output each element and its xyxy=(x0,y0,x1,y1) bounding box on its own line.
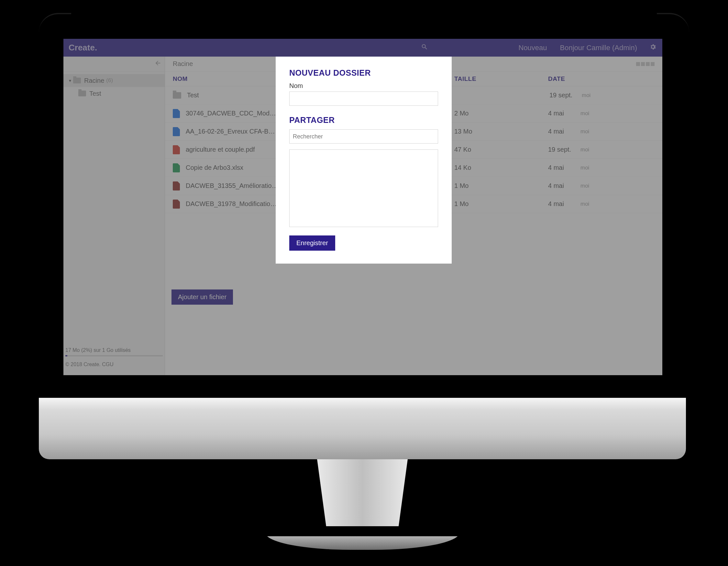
save-button[interactable]: Enregistrer xyxy=(289,236,335,251)
new-folder-modal: NOUVEAU DOSSIER Nom PARTAGER Enregistrer xyxy=(276,57,452,264)
bezel-left xyxy=(39,13,71,39)
share-search-input[interactable] xyxy=(289,129,438,144)
monitor-base xyxy=(265,530,459,550)
share-list[interactable] xyxy=(289,150,438,227)
screen: Create. Nouveau Bonjour Camille (Admin) … xyxy=(63,39,662,375)
name-label: Nom xyxy=(289,82,438,90)
modal-title-new-folder: NOUVEAU DOSSIER xyxy=(289,68,438,78)
folder-name-input[interactable] xyxy=(289,92,438,106)
modal-title-share: PARTAGER xyxy=(289,116,438,125)
monitor-mockup: Create. Nouveau Bonjour Camille (Admin) … xyxy=(0,0,728,566)
monitor-chin xyxy=(39,398,686,459)
monitor-stand xyxy=(298,459,427,534)
bezel-right xyxy=(657,13,689,39)
